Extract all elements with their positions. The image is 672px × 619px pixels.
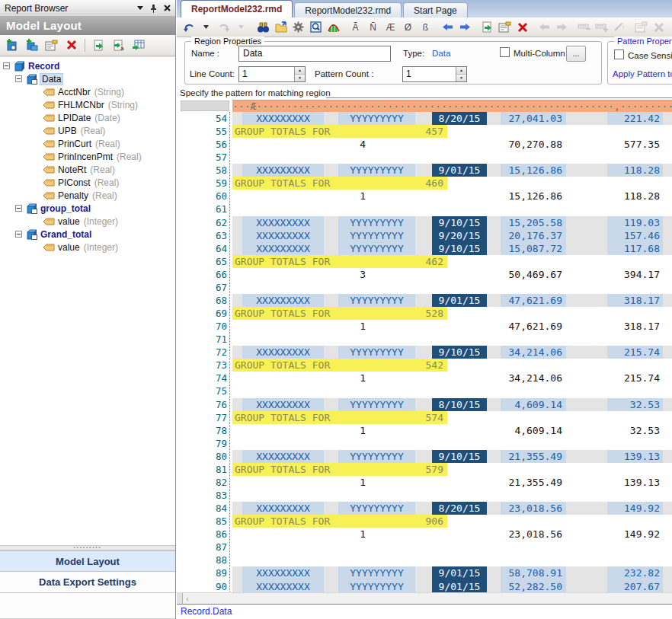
report-line-71[interactable]: 71 — [177, 333, 672, 346]
case-sensitive-checkbox[interactable] — [614, 49, 624, 59]
report-line-83[interactable]: 83 — [177, 489, 672, 502]
report-line-74[interactable]: 74134,214.06215.74 — [177, 372, 672, 384]
tab-reportmodel-0[interactable]: ReportModel232.rmd — [181, 0, 293, 18]
char-o-slash-button[interactable]: Ø — [400, 19, 416, 35]
verify-page-icon[interactable] — [308, 19, 324, 35]
line-count-down-icon[interactable]: ▼ — [295, 75, 305, 81]
report-line-62[interactable]: 62XXXXXXXXXYYYYYYYYY9/10/1515,205.58119.… — [177, 216, 672, 229]
tree-node-prinincenpmt[interactable]: PrinIncenPmt(Real) — [0, 150, 175, 163]
report-line-58[interactable]: 58XXXXXXXXXYYYYYYYYY9/01/1515,126.86118.… — [177, 164, 672, 177]
report-line-55[interactable]: 55GROUP TOTALS FOR457 — [177, 125, 672, 138]
export-text-icon[interactable]: a — [110, 37, 126, 53]
undo-icon[interactable] — [181, 19, 197, 35]
histogram-icon[interactable] — [325, 19, 341, 35]
tab-start-page[interactable]: Start Page — [403, 2, 468, 18]
scroll-left-icon[interactable]: ‹ — [186, 593, 189, 604]
report-line-68[interactable]: 68XXXXXXXXXYYYYYYYYY9/01/1547,621.69318.… — [177, 294, 672, 307]
tree-node-princurt[interactable]: PrinCurt(Real) — [0, 137, 175, 150]
report-line-84[interactable]: 84XXXXXXXXXYYYYYYYYY8/20/1523,018.56149.… — [177, 502, 672, 515]
report-line-75[interactable]: 75 — [177, 384, 672, 397]
nav-model-layout[interactable]: Model Layout — [0, 550, 175, 572]
add-record-icon[interactable] — [4, 37, 20, 53]
export-model-icon[interactable] — [91, 37, 107, 53]
tree-node-fhlmcnbr[interactable]: FHLMCNbr(String) — [0, 98, 175, 111]
delete-field-icon[interactable] — [63, 37, 79, 53]
tree-node-data[interactable]: Data — [0, 72, 175, 85]
collapse-icon[interactable] — [15, 205, 22, 212]
line-count-stepper[interactable]: 1 ▲▼ — [238, 66, 306, 82]
field-properties-icon[interactable] — [43, 37, 59, 53]
pattern-count-stepper[interactable]: 1 ▲▼ — [402, 66, 467, 82]
report-line-67[interactable]: 67 — [177, 281, 672, 294]
report-line-78[interactable]: 7814,609.1432.53 — [177, 424, 672, 437]
tree-node-acctnbr[interactable]: AcctNbr(String) — [0, 85, 175, 98]
report-line-69[interactable]: 69GROUP TOTALS FOR528 — [177, 307, 672, 320]
pin-icon[interactable] — [150, 4, 157, 13]
report-line-86[interactable]: 86123,018.56149.92 — [177, 528, 672, 541]
char-eszett-button[interactable]: ß — [418, 19, 434, 35]
tree-node-value[interactable]: value(Integer) — [0, 241, 175, 254]
scrollbar-resize-box[interactable] — [177, 593, 183, 604]
report-line-65[interactable]: 65GROUP TOTALS FOR462 — [177, 255, 672, 268]
tree-node-record[interactable]: Record — [0, 59, 175, 72]
report-line-59[interactable]: 59GROUP TOTALS FOR460 — [177, 177, 672, 190]
pattern-count-up-icon[interactable]: ▲ — [456, 67, 466, 75]
report-view[interactable]: ···Æ····································… — [177, 100, 672, 592]
report-line-63[interactable]: 63XXXXXXXXXYYYYYYYYY9/20/1520,176.37157.… — [177, 229, 672, 242]
char-n-tilde-button[interactable]: Ñ — [365, 19, 381, 35]
horizontal-scrollbar[interactable]: ‹ — [177, 592, 672, 604]
tree-node-penalty[interactable]: Penalty(Real) — [0, 189, 175, 202]
delete-x-icon[interactable] — [514, 19, 530, 35]
line-count-up-icon[interactable]: ▲ — [295, 67, 305, 75]
report-line-87[interactable]: 87 — [177, 541, 672, 554]
report-line-88[interactable]: 88 — [177, 554, 672, 566]
report-line-89[interactable]: 89XXXXXXXXXYYYYYYYYY9/01/1558,708.91232.… — [177, 566, 672, 579]
tree-node-grand_total[interactable]: Grand_total — [0, 228, 175, 241]
name-input[interactable]: Data — [238, 46, 391, 62]
report-line-82[interactable]: 82121,355.49139.13 — [177, 476, 672, 489]
multi-column-checkbox[interactable] — [500, 47, 510, 57]
settings-gear-icon[interactable] — [290, 19, 306, 35]
report-line-80[interactable]: 80XXXXXXXXXYYYYYYYYY9/10/1521,355.49139.… — [177, 450, 672, 463]
report-line-57[interactable]: 57 — [177, 151, 672, 164]
tree-node-group_total[interactable]: group_total — [0, 202, 175, 215]
report-line-66[interactable]: 66350,469.67394.17 — [177, 268, 672, 281]
tree-node-upb[interactable]: UPB(Real) — [0, 124, 175, 137]
properties-form-icon[interactable] — [497, 19, 513, 35]
char-ae-button[interactable]: Æ — [382, 19, 398, 35]
panel-splitter[interactable]: ▪▪▪▪▪▪▪▪▪ — [0, 545, 175, 550]
report-line-90[interactable]: 90XXXXXXXXXYYYYYYYYY9/01/1552,282.50207.… — [177, 580, 672, 593]
tree-node-notert[interactable]: NoteRt(Real) — [0, 163, 175, 176]
import-trap-icon[interactable] — [273, 19, 289, 35]
report-line-85[interactable]: 85GROUP TOTALS FOR906 — [177, 515, 672, 528]
close-icon[interactable] — [164, 5, 171, 11]
report-line-72[interactable]: 72XXXXXXXXXYYYYYYYYY9/10/1534,214.06215.… — [177, 346, 672, 359]
export-page-icon[interactable] — [479, 19, 495, 35]
report-line-70[interactable]: 70147,621.69318.17 — [177, 320, 672, 333]
next-arrow-icon[interactable] — [457, 19, 473, 35]
nav-data-export-settings[interactable]: Data Export Settings — [0, 572, 175, 593]
tab-reportmodel-1[interactable]: ReportModel232.rmd — [294, 2, 402, 18]
collapse-icon[interactable] — [15, 75, 22, 82]
add-field-icon[interactable] — [24, 37, 40, 53]
collapse-icon[interactable] — [3, 62, 10, 69]
multi-column-ellipsis-button[interactable]: ... — [566, 46, 586, 62]
report-line-54[interactable]: 54XXXXXXXXXYYYYYYYYY8/20/1527,041.03221.… — [177, 112, 672, 125]
report-line-81[interactable]: 81GROUP TOTALS FOR579 — [177, 463, 672, 476]
report-line-56[interactable]: 56470,270.88577.35 — [177, 138, 672, 151]
undo-dropdown-icon[interactable] — [198, 19, 214, 35]
tree-node-value[interactable]: value(Integer) — [0, 215, 175, 228]
chevron-down-icon[interactable] — [137, 6, 143, 10]
report-line-60[interactable]: 60115,126.86118.28 — [177, 190, 672, 203]
export-table-icon[interactable] — [130, 37, 146, 53]
report-line-76[interactable]: 76XXXXXXXXXYYYYYYYYY8/10/154,609.1432.53 — [177, 398, 672, 411]
tree-node-piconst[interactable]: PIConst(Real) — [0, 176, 175, 189]
prev-arrow-icon[interactable] — [440, 19, 456, 35]
collapse-icon[interactable] — [15, 231, 22, 238]
report-line-79[interactable]: 79 — [177, 437, 672, 450]
pattern-count-down-icon[interactable]: ▼ — [456, 75, 466, 81]
char-a-tilde-button[interactable]: Ã — [347, 19, 363, 35]
report-line-61[interactable]: 61 — [177, 203, 672, 215]
report-line-73[interactable]: 73GROUP TOTALS FOR542 — [177, 359, 672, 372]
pattern-trap-strip[interactable]: ···Æ····································… — [232, 100, 672, 112]
